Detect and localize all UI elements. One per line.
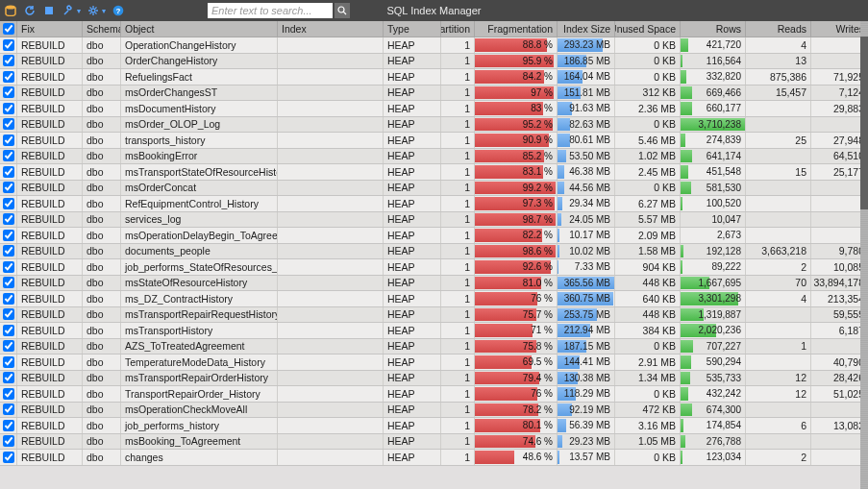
row-checkbox[interactable]: [3, 325, 14, 336]
row-checkbox-cell[interactable]: [0, 244, 17, 259]
table-row[interactable]: REBUILDdboservices_logHEAP198.7 %24.05 M…: [0, 212, 868, 229]
row-checkbox[interactable]: [3, 308, 14, 320]
table-row[interactable]: REBUILDdboms_DZ_ContractHistoryHEAP176 %…: [0, 291, 868, 307]
object-link[interactable]: msTransportRepairRequestHistory: [121, 307, 278, 323]
row-checkbox[interactable]: [3, 388, 14, 400]
fix-link[interactable]: REBUILD: [17, 276, 83, 291]
search-input[interactable]: [208, 3, 333, 18]
row-checkbox[interactable]: [3, 293, 14, 305]
object-link[interactable]: changes: [121, 450, 278, 465]
object-link[interactable]: OperationChangeHistory: [121, 37, 278, 53]
object-link[interactable]: documents_people: [121, 244, 278, 259]
object-link[interactable]: services_log: [121, 212, 278, 228]
table-row[interactable]: REBUILDdboTemperatureModeData_HistoryHEA…: [0, 355, 868, 371]
vertical-scrollbar[interactable]: [860, 21, 868, 489]
fix-link[interactable]: REBUILD: [17, 228, 83, 243]
row-checkbox-cell[interactable]: [0, 371, 17, 386]
row-checkbox-cell[interactable]: [0, 164, 17, 180]
stop-icon[interactable]: [42, 4, 56, 17]
table-row[interactable]: REBUILDdbotransports_historyHEAP190.9 %8…: [0, 133, 868, 149]
table-row[interactable]: REBUILDdboOrderChangeHistoryHEAP195.9 %1…: [0, 54, 868, 70]
fix-link[interactable]: REBUILD: [17, 418, 83, 433]
gear-icon[interactable]: [87, 4, 100, 17]
col-fragmentation[interactable]: Fragmentation: [475, 21, 558, 37]
table-row[interactable]: REBUILDdbomsBookingErrorHEAP185.2 %53.50…: [0, 149, 868, 165]
row-checkbox-cell[interactable]: [0, 339, 17, 355]
row-checkbox[interactable]: [3, 182, 14, 193]
col-index-size[interactable]: Index Size: [558, 21, 615, 37]
row-checkbox[interactable]: [3, 198, 14, 209]
row-checkbox[interactable]: [3, 134, 14, 146]
row-checkbox-cell[interactable]: [0, 434, 17, 450]
object-link[interactable]: job_performs_history: [121, 418, 278, 433]
object-link[interactable]: job_performs_StateOfResources_history: [121, 259, 278, 275]
table-row[interactable]: REBUILDdboOperationChangeHistoryHEAP188.…: [0, 37, 868, 54]
object-link[interactable]: msOperationCheckMoveAll: [121, 403, 278, 418]
fix-link[interactable]: REBUILD: [17, 386, 83, 402]
row-checkbox[interactable]: [3, 356, 14, 368]
table-row[interactable]: REBUILDdbomsTransportRepairOrderHistoryH…: [0, 371, 868, 387]
row-checkbox-cell[interactable]: [0, 450, 17, 465]
table-row[interactable]: REBUILDdboAZS_ToTreatedAgreementHEAP175.…: [0, 339, 868, 355]
row-checkbox-cell[interactable]: [0, 149, 17, 164]
object-link[interactable]: transports_history: [121, 133, 278, 148]
row-checkbox[interactable]: [3, 166, 14, 178]
table-row[interactable]: REBUILDdbomsOrder_OLOP_LogHEAP195.2 %82.…: [0, 117, 868, 134]
fix-link[interactable]: REBUILD: [17, 196, 83, 211]
row-checkbox[interactable]: [3, 103, 14, 114]
object-link[interactable]: msDocumentHistory: [121, 101, 278, 116]
fix-link[interactable]: REBUILD: [17, 54, 83, 69]
row-checkbox-cell[interactable]: [0, 212, 17, 228]
row-checkbox-cell[interactable]: [0, 228, 17, 243]
row-checkbox[interactable]: [3, 71, 14, 83]
table-row[interactable]: REBUILDdbodocuments_peopleHEAP198.6 %10.…: [0, 244, 868, 260]
row-checkbox[interactable]: [3, 150, 14, 161]
fix-link[interactable]: REBUILD: [17, 101, 83, 116]
row-checkbox[interactable]: [3, 435, 14, 447]
row-checkbox-cell[interactable]: [0, 117, 17, 133]
row-checkbox[interactable]: [3, 340, 14, 352]
object-link[interactable]: msOrderChangesST: [121, 86, 278, 101]
col-index[interactable]: Index: [278, 21, 384, 37]
object-link[interactable]: msBooking_ToAgreement: [121, 434, 278, 450]
row-checkbox[interactable]: [3, 39, 14, 51]
database-icon[interactable]: [4, 4, 17, 17]
fix-link[interactable]: REBUILD: [17, 37, 83, 53]
row-checkbox-cell[interactable]: [0, 37, 17, 53]
row-checkbox-cell[interactable]: [0, 403, 17, 418]
col-unused-space[interactable]: Unused Space: [615, 21, 681, 37]
table-row[interactable]: REBUILDdbomsBooking_ToAgreementHEAP174.6…: [0, 434, 868, 451]
object-link[interactable]: TemperatureModeData_History: [121, 355, 278, 370]
scrollbar-thumb[interactable]: [860, 37, 868, 209]
fix-link[interactable]: REBUILD: [17, 117, 83, 133]
table-row[interactable]: REBUILDdbomsDocumentHistoryHEAP183 %91.6…: [0, 101, 868, 117]
row-checkbox[interactable]: [3, 277, 14, 288]
object-link[interactable]: RefuelingsFact: [121, 69, 278, 85]
fix-link[interactable]: REBUILD: [17, 244, 83, 259]
object-link[interactable]: AZS_ToTreatedAgreement: [121, 339, 278, 355]
fix-link[interactable]: REBUILD: [17, 434, 83, 450]
col-type[interactable]: Type: [384, 21, 441, 37]
row-checkbox-cell[interactable]: [0, 133, 17, 148]
fix-link[interactable]: REBUILD: [17, 69, 83, 85]
object-link[interactable]: msTransportRepairOrderHistory: [121, 371, 278, 386]
table-row[interactable]: REBUILDdbojob_performs_historyHEAP180.1 …: [0, 418, 868, 434]
row-checkbox[interactable]: [3, 213, 14, 225]
table-row[interactable]: REBUILDdbomsOperationCheckMoveAllHEAP178…: [0, 403, 868, 419]
help-icon[interactable]: ?: [112, 4, 125, 17]
table-row[interactable]: REBUILDdbomsTransportStateOfResourceHist…: [0, 164, 868, 181]
col-partition[interactable]: Partition: [441, 21, 475, 37]
col-fix[interactable]: Fix: [17, 21, 83, 37]
object-link[interactable]: msOrderConcat: [121, 181, 278, 196]
row-checkbox-cell[interactable]: [0, 86, 17, 101]
col-schema[interactable]: Schema: [83, 21, 121, 37]
row-checkbox[interactable]: [3, 403, 14, 415]
row-checkbox[interactable]: [3, 372, 14, 383]
table-row[interactable]: REBUILDdbochangesHEAP148.6 %13.57 MB0 KB…: [0, 450, 868, 466]
chevron-down-icon[interactable]: ▾: [77, 7, 81, 15]
object-link[interactable]: msTransportHistory: [121, 323, 278, 338]
refresh-icon[interactable]: [23, 4, 37, 17]
object-link[interactable]: msTransportStateOfResourceHistory: [121, 164, 278, 180]
row-checkbox-cell[interactable]: [0, 355, 17, 370]
object-link[interactable]: msStateOfResourceHistory: [121, 276, 278, 291]
